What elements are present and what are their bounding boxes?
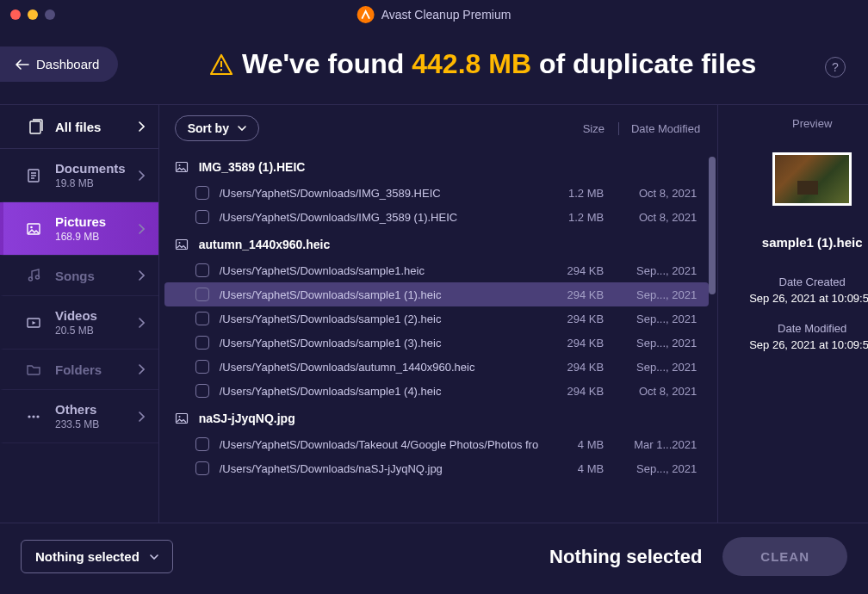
svg-point-13 xyxy=(32,415,34,418)
image-icon xyxy=(175,238,189,251)
preview-filename: sample1 (1).heic xyxy=(762,235,863,250)
file-size: 294 KB xyxy=(549,264,604,277)
file-checkbox[interactable] xyxy=(195,360,209,374)
clean-button[interactable]: CLEAN xyxy=(722,537,847,576)
file-checkbox[interactable] xyxy=(195,461,209,475)
file-size: 1.2 MB xyxy=(549,187,604,200)
file-list-body[interactable]: IMG_3589 (1).HEIC/Users/YaphetS/Download… xyxy=(159,152,717,523)
app-logo-icon xyxy=(357,6,375,23)
all-files-icon xyxy=(29,119,45,134)
svg-point-20 xyxy=(178,416,180,418)
file-size: 294 KB xyxy=(549,288,604,301)
file-row[interactable]: /Users/YaphetS/Downloads/IMG_3589 (1).HE… xyxy=(164,205,709,229)
file-row[interactable]: /Users/YaphetS/Downloads/sample1 (2).hei… xyxy=(164,306,709,331)
file-row[interactable]: /Users/YaphetS/Downloads/sample1 (1).hei… xyxy=(164,282,709,306)
column-headers: Size Date Modified xyxy=(581,122,703,135)
close-window-button[interactable] xyxy=(10,9,21,20)
svg-rect-1 xyxy=(220,69,222,71)
dashboard-back-button[interactable]: Dashboard xyxy=(0,46,118,82)
svg-rect-0 xyxy=(220,61,222,67)
footer: Nothing selected Nothing selected CLEAN xyxy=(0,523,868,590)
warning-icon xyxy=(209,53,233,76)
selection-dropdown-label: Nothing selected xyxy=(35,549,140,564)
pictures-icon xyxy=(24,221,43,237)
documents-icon xyxy=(24,168,43,183)
file-row[interactable]: /Users/YaphetS/Downloads/naSJ-jJyqNQ.jpg… xyxy=(164,456,709,480)
sidebar-item-label: Songs xyxy=(55,269,95,283)
file-size: 4 MB xyxy=(549,438,604,451)
file-row[interactable]: /Users/YaphetS/Downloads/IMG_3589.HEIC1.… xyxy=(164,181,709,205)
file-checkbox[interactable] xyxy=(195,288,209,301)
file-row[interactable]: /Users/YaphetS/Downloads/Takeout 4/Googl… xyxy=(164,432,709,456)
file-row[interactable]: /Users/YaphetS/Downloads/sample1 (4).hei… xyxy=(164,379,709,403)
file-size: 4 MB xyxy=(549,462,604,475)
file-group-header[interactable]: autumn_1440x960.heic xyxy=(159,229,714,258)
sidebar-item-others[interactable]: Others233.5 MB xyxy=(0,390,158,443)
videos-icon xyxy=(24,315,43,331)
file-checkbox[interactable] xyxy=(195,263,209,277)
chevron-right-icon xyxy=(138,170,145,181)
file-checkbox[interactable] xyxy=(195,336,209,350)
file-checkbox[interactable] xyxy=(195,384,209,398)
col-date-header[interactable]: Date Modified xyxy=(618,122,702,135)
sidebar-item-videos[interactable]: Videos20.5 MB xyxy=(0,296,158,350)
sort-by-label: Sort by xyxy=(188,121,229,135)
chevron-right-icon xyxy=(138,411,145,422)
app-title: Avast Cleanup Premium xyxy=(357,6,512,23)
sidebar-item-folders[interactable]: Folders xyxy=(0,350,158,390)
folders-icon xyxy=(24,362,43,377)
sidebar-item-label: Pictures xyxy=(55,214,106,229)
dashboard-back-label: Dashboard xyxy=(36,57,99,71)
sidebar-item-songs[interactable]: Songs xyxy=(0,256,158,296)
headline-post: of duplicate files xyxy=(539,48,756,79)
file-checkbox[interactable] xyxy=(195,312,209,325)
file-date: Sep..., 2021 xyxy=(614,337,697,350)
col-size-header[interactable]: Size xyxy=(581,122,606,135)
file-size: 294 KB xyxy=(549,312,604,325)
sidebar-all-files[interactable]: All files xyxy=(0,105,158,149)
file-size: 294 KB xyxy=(549,361,604,374)
file-list-pane: Sort by Size Date Modified IMG_3589 (1).… xyxy=(159,105,718,523)
file-row[interactable]: /Users/YaphetS/Downloads/sample1.heic294… xyxy=(164,258,709,282)
sidebar-item-pictures[interactable]: Pictures168.9 MB xyxy=(0,202,158,256)
selection-dropdown[interactable]: Nothing selected xyxy=(21,540,173,573)
file-checkbox[interactable] xyxy=(195,210,209,224)
file-group-header[interactable]: naSJ-jJyqNQ.jpg xyxy=(159,403,714,432)
file-group-header[interactable]: IMG_3589 (1).HEIC xyxy=(159,152,714,181)
page-headline: We've found 442.8 MB of duplicate files xyxy=(118,48,847,80)
help-button[interactable]: ? xyxy=(825,57,846,77)
file-path: /Users/YaphetS/Downloads/sample1.heic xyxy=(220,264,538,277)
file-checkbox[interactable] xyxy=(195,186,209,200)
file-row[interactable]: /Users/YaphetS/Downloads/sample1 (3).hei… xyxy=(164,331,709,355)
sort-by-button[interactable]: Sort by xyxy=(175,115,259,141)
file-size: 294 KB xyxy=(549,385,604,398)
date-created-label: Date Created xyxy=(779,275,846,288)
minimize-window-button[interactable] xyxy=(28,9,38,20)
image-icon xyxy=(175,411,189,425)
zoom-window-button[interactable] xyxy=(45,9,55,20)
chevron-right-icon xyxy=(138,121,145,132)
file-path: /Users/YaphetS/Downloads/Takeout 4/Googl… xyxy=(220,438,538,451)
sidebar-item-label: Documents xyxy=(55,161,126,176)
file-group-title: autumn_1440x960.heic xyxy=(199,238,331,251)
list-header: Sort by Size Date Modified xyxy=(159,105,717,152)
preview-label: Preview xyxy=(792,117,832,130)
file-group-title: naSJ-jJyqNQ.jpg xyxy=(199,411,295,425)
svg-point-16 xyxy=(178,164,180,166)
main-area: All files Documents19.8 MBPictures168.9 … xyxy=(0,104,868,523)
preview-thumbnail xyxy=(772,152,852,206)
svg-point-18 xyxy=(178,242,180,244)
file-date: Oct 8, 2021 xyxy=(614,385,697,398)
svg-point-14 xyxy=(36,415,39,418)
file-path: /Users/YaphetS/Downloads/sample1 (3).hei… xyxy=(220,337,538,350)
preview-pane: Preview sample1 (1).heic Date Created Se… xyxy=(718,105,868,523)
sidebar-item-label: Videos xyxy=(55,308,97,323)
chevron-right-icon xyxy=(138,270,145,281)
scrollbar-thumb[interactable] xyxy=(709,157,716,294)
page-header: Dashboard We've found 442.8 MB of duplic… xyxy=(0,29,868,104)
chevron-right-icon xyxy=(138,224,145,234)
file-checkbox[interactable] xyxy=(195,437,209,451)
file-path: /Users/YaphetS/Downloads/naSJ-jJyqNQ.jpg xyxy=(220,462,538,475)
sidebar-item-documents[interactable]: Documents19.8 MB xyxy=(0,149,158,202)
file-row[interactable]: /Users/YaphetS/Downloads/autumn_1440x960… xyxy=(164,355,709,379)
